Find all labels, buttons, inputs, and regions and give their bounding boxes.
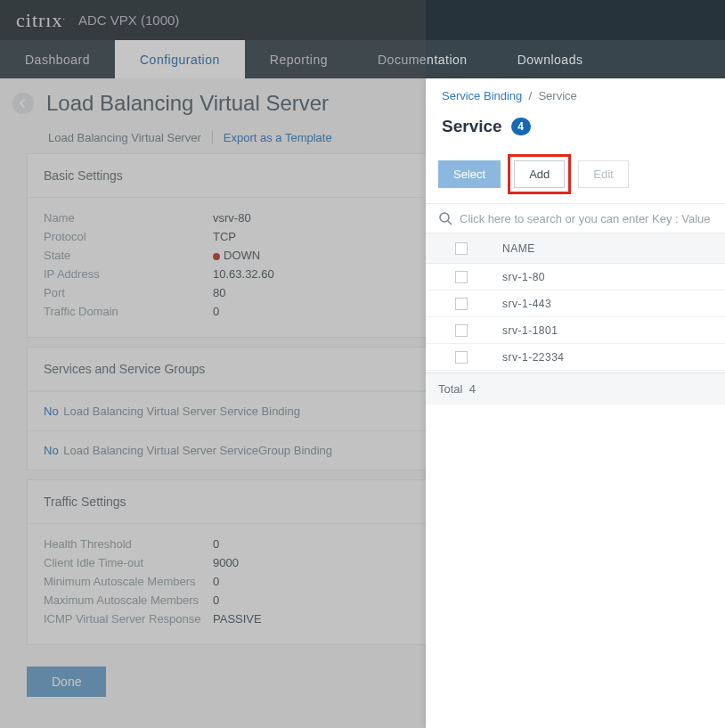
row-checkbox[interactable] — [455, 324, 468, 337]
select-all-checkbox[interactable] — [455, 242, 468, 255]
total-row: Total 4 — [426, 372, 725, 405]
crumb-current: Service — [538, 89, 576, 102]
service-name: srv-1-443 — [497, 298, 725, 310]
label-min: Minimum Autoscale Members — [44, 575, 213, 588]
value-ci: 9000 — [213, 556, 239, 569]
button-row: Select Add Edit — [426, 149, 725, 204]
row-checkbox[interactable] — [455, 271, 468, 283]
edit-button[interactable]: Edit — [578, 160, 628, 188]
svg-point-0 — [440, 213, 449, 222]
title-bar: citrıx. ADC VPX (1000) — [0, 0, 725, 40]
label-port: Port — [44, 286, 213, 299]
value-ht: 0 — [213, 537, 219, 551]
value-port: 80 — [213, 286, 225, 299]
brand-logo: citrıx. — [16, 9, 66, 32]
label-ht: Health Threshold — [44, 537, 213, 551]
done-button[interactable]: Done — [27, 667, 106, 697]
count-badge: 4 — [511, 118, 531, 135]
svg-line-1 — [448, 221, 452, 225]
select-button[interactable]: Select — [438, 160, 501, 188]
row-checkbox[interactable] — [455, 351, 468, 364]
label-ip: IP Address — [44, 267, 213, 281]
label-max: Maximum Autoscale Members — [44, 593, 213, 607]
side-panel-title: Service 4 — [426, 113, 725, 149]
label-name: Name — [44, 211, 213, 225]
service-name: srv-1-22334 — [497, 351, 725, 364]
label-icmp: ICMP Virtual Server Response — [44, 612, 213, 626]
arrow-left-icon — [18, 98, 29, 109]
main-nav: Dashboard Configuration Reporting Docume… — [0, 40, 725, 78]
table-row[interactable]: srv-1-22334 — [426, 344, 725, 371]
label-protocol: Protocol — [44, 230, 213, 243]
nav-configuration[interactable]: Configuration — [115, 40, 245, 78]
breadcrumb: Service Binding / Service — [426, 78, 725, 113]
add-button-highlight: Add — [508, 154, 571, 194]
column-name-header[interactable]: NAME — [497, 242, 725, 255]
export-template-link[interactable]: Export as a Template — [224, 131, 332, 144]
table-row[interactable]: srv-1-1801 — [426, 317, 725, 344]
search-icon — [438, 211, 452, 225]
value-protocol: TCP — [213, 230, 236, 243]
nav-downloads[interactable]: Downloads — [493, 40, 608, 78]
label-td: Traffic Domain — [44, 305, 213, 318]
service-name: srv-1-1801 — [497, 324, 725, 337]
value-td: 0 — [213, 305, 219, 318]
label-state: State — [44, 249, 213, 262]
nav-reporting[interactable]: Reporting — [245, 40, 353, 78]
divider — [212, 130, 213, 144]
service-name: srv-1-80 — [497, 271, 725, 283]
value-state: DOWN — [213, 249, 260, 262]
search-placeholder: Click here to search or you can enter Ke… — [460, 212, 713, 225]
search-row[interactable]: Click here to search or you can enter Ke… — [426, 204, 725, 233]
table-row[interactable]: srv-1-443 — [426, 290, 725, 317]
nav-dashboard[interactable]: Dashboard — [0, 40, 115, 78]
service-side-panel: Service Binding / Service Service 4 Sele… — [426, 78, 725, 728]
value-name: vsrv-80 — [213, 211, 251, 225]
value-min: 0 — [213, 575, 219, 588]
crumb-service-binding[interactable]: Service Binding — [442, 89, 522, 102]
subtitle-text: Load Balancing Virtual Server — [48, 131, 201, 144]
add-button[interactable]: Add — [514, 160, 565, 188]
row-checkbox[interactable] — [455, 298, 468, 310]
page-title: Load Balancing Virtual Server — [46, 91, 329, 116]
nav-documentation[interactable]: Documentation — [353, 40, 493, 78]
product-name: ADC VPX (1000) — [78, 12, 179, 28]
value-icmp: PASSIVE — [213, 612, 262, 626]
value-max: 0 — [213, 593, 219, 607]
value-ip: 10.63.32.60 — [213, 267, 274, 281]
label-ci: Client Idle Time-out — [44, 556, 213, 569]
table-row[interactable]: srv-1-80 — [426, 264, 725, 290]
table-header: NAME — [426, 233, 725, 264]
back-button[interactable] — [12, 93, 34, 114]
